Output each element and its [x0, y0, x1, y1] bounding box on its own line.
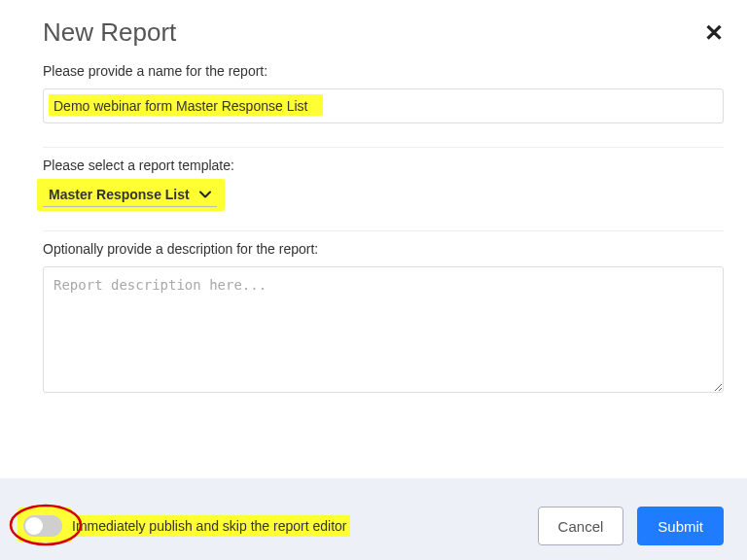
toggle-label-wrap: Immediately publish and skip the report …	[72, 517, 346, 535]
chevron-down-icon	[199, 189, 211, 200]
description-label: Optionally provide a description for the…	[43, 241, 724, 257]
template-select-wrap: Master Response List	[43, 183, 217, 207]
template-section: Please select a report template: Master …	[0, 148, 747, 217]
new-report-modal: New Report ✕ Please provide a name for t…	[0, 0, 747, 560]
report-name-label: Please provide a name for the report:	[43, 63, 724, 79]
description-textarea[interactable]	[43, 266, 724, 393]
report-name-field-wrap	[43, 88, 724, 123]
template-label: Please select a report template:	[43, 158, 724, 173]
close-icon[interactable]: ✕	[704, 21, 724, 45]
footer-buttons: Cancel Submit	[538, 507, 724, 545]
submit-button[interactable]: Submit	[637, 507, 724, 545]
report-name-input[interactable]	[43, 88, 724, 123]
publish-toggle-label: Immediately publish and skip the report …	[72, 518, 346, 534]
modal-footer: Immediately publish and skip the report …	[0, 478, 747, 560]
template-selected-value: Master Response List	[49, 187, 190, 202]
cancel-button[interactable]: Cancel	[538, 507, 624, 545]
modal-header: New Report ✕	[0, 0, 747, 53]
template-select[interactable]: Master Response List	[43, 183, 217, 207]
publish-toggle[interactable]	[23, 515, 62, 537]
description-section: Optionally provide a description for the…	[0, 231, 747, 406]
publish-toggle-area: Immediately publish and skip the report …	[23, 515, 346, 537]
toggle-knob	[25, 517, 43, 535]
modal-title: New Report	[43, 18, 176, 48]
report-name-section: Please provide a name for the report:	[0, 53, 747, 133]
